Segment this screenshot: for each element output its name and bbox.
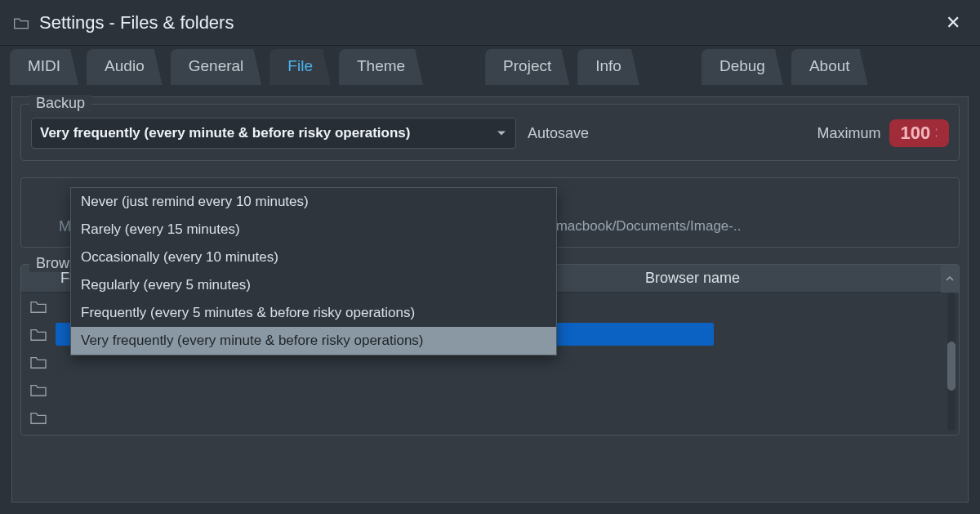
spinner-arrows-icon: ›‹: [935, 127, 938, 140]
backup-section: Backup Very frequently (every minute & b…: [20, 104, 960, 161]
dropdown-option[interactable]: Frequently (every 5 minutes & before ris…: [71, 299, 556, 327]
titlebar: Settings - Files & folders ✕: [0, 0, 980, 46]
tab-midi[interactable]: MIDI: [10, 49, 78, 85]
dropdown-option[interactable]: Rarely (every 15 minutes): [71, 216, 556, 244]
tab-strip: MIDI Audio General File Theme Project In…: [0, 46, 980, 85]
autosave-frequency-combo[interactable]: Very frequently (every minute & before r…: [31, 118, 516, 149]
autosave-frequency-dropdown[interactable]: Never (just remind every 10 minutes) Rar…: [70, 187, 557, 355]
table-row[interactable]: [21, 404, 959, 431]
folder-icon: [29, 410, 56, 425]
dropdown-option[interactable]: Regularly (every 5 minutes): [71, 271, 556, 299]
autosave-label: Autosave: [528, 125, 589, 142]
folder-icon: [29, 355, 56, 369]
maximum-spinner[interactable]: 100 ›‹: [889, 119, 949, 147]
dropdown-option-selected[interactable]: Very frequently (every minute & before r…: [71, 327, 556, 355]
scrollbar-thumb[interactable]: [947, 342, 956, 391]
dropdown-option[interactable]: Occasionally (every 10 minutes): [71, 244, 556, 271]
close-icon[interactable]: ✕: [939, 9, 967, 37]
folder-icon: [29, 382, 56, 397]
scroll-up-icon[interactable]: [941, 265, 959, 293]
backup-section-title: Backup: [29, 95, 91, 112]
column-browser-name[interactable]: Browser name: [645, 270, 941, 287]
window-title: Settings - Files & folders: [39, 12, 234, 34]
tab-project[interactable]: Project: [485, 49, 569, 85]
folder-icon: [29, 327, 56, 342]
tab-about[interactable]: About: [791, 49, 868, 85]
tab-audio[interactable]: Audio: [87, 49, 163, 85]
autosave-frequency-value: Very frequently (every minute & before r…: [40, 125, 410, 141]
tab-debug[interactable]: Debug: [702, 49, 783, 85]
tab-file[interactable]: File: [270, 49, 331, 85]
window-folder-icon: [13, 16, 29, 30]
maximum-value: 100: [901, 123, 931, 144]
folder-icon: [29, 299, 56, 314]
scrollbar[interactable]: [947, 293, 956, 431]
maximum-label: Maximum: [817, 125, 881, 142]
tab-info[interactable]: Info: [577, 49, 639, 85]
tab-general[interactable]: General: [171, 49, 262, 85]
tab-theme[interactable]: Theme: [339, 49, 423, 85]
dropdown-option[interactable]: Never (just remind every 10 minutes): [71, 188, 556, 216]
table-row[interactable]: [21, 376, 959, 404]
